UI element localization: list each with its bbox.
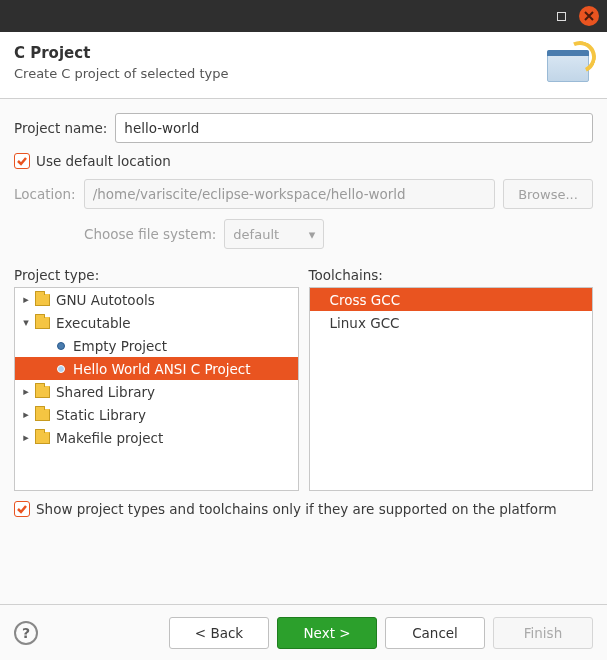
wizard-banner-icon: [533, 44, 593, 88]
close-icon: [584, 11, 594, 21]
file-system-label: Choose file system:: [84, 226, 216, 242]
tree-leaf-label: Hello World ANSI C Project: [73, 361, 251, 377]
window-close-button[interactable]: [579, 6, 599, 26]
tree-folder-label: Executable: [56, 315, 131, 331]
use-default-location-checkbox[interactable]: Use default location: [14, 153, 593, 169]
folder-icon: [35, 317, 50, 329]
tree-folder[interactable]: ▸GNU Autotools: [15, 288, 298, 311]
cancel-button[interactable]: Cancel: [385, 617, 485, 649]
page-subtitle: Create C project of selected type: [14, 66, 229, 81]
folder-icon: [35, 432, 50, 444]
toolchain-item[interactable]: Cross GCC: [310, 288, 593, 311]
tree-leaf[interactable]: Empty Project: [15, 334, 298, 357]
tree-folder[interactable]: ▸Static Library: [15, 403, 298, 426]
window-maximize-button[interactable]: [551, 6, 571, 26]
wizard-footer: ? < Back Next > Cancel Finish: [0, 604, 607, 660]
wizard-header: C Project Create C project of selected t…: [0, 32, 607, 99]
help-button[interactable]: ?: [14, 621, 38, 645]
filter-label: Show project types and toolchains only i…: [36, 501, 557, 517]
tree-leaf-label: Empty Project: [73, 338, 167, 354]
project-name-label: Project name:: [14, 120, 107, 136]
tree-folder[interactable]: ▾Executable: [15, 311, 298, 334]
chevron-right-icon: ▸: [19, 408, 33, 421]
chevron-down-icon: ▾: [19, 316, 33, 329]
folder-icon: [35, 409, 50, 421]
titlebar: [0, 0, 607, 32]
tree-folder-label: Static Library: [56, 407, 146, 423]
wizard-form: Project name: Use default location Locat…: [0, 99, 607, 571]
toolchains-list[interactable]: Cross GCCLinux GCC: [309, 287, 594, 491]
tree-folder-label: Makefile project: [56, 430, 163, 446]
toolchains-label: Toolchains:: [309, 267, 594, 283]
folder-icon: [35, 294, 50, 306]
chevron-right-icon: ▸: [19, 293, 33, 306]
next-button[interactable]: Next >: [277, 617, 377, 649]
location-input: [84, 179, 495, 209]
check-icon: [14, 153, 30, 169]
browse-button: Browse...: [503, 179, 593, 209]
finish-button: Finish: [493, 617, 593, 649]
tree-folder[interactable]: ▸Makefile project: [15, 426, 298, 449]
location-label: Location:: [14, 186, 76, 202]
filter-checkbox[interactable]: Show project types and toolchains only i…: [14, 501, 593, 517]
project-name-input[interactable]: [115, 113, 593, 143]
chevron-right-icon: ▸: [19, 385, 33, 398]
file-system-select: default ▾: [224, 219, 324, 249]
project-type-tree[interactable]: ▸GNU Autotools▾ExecutableEmpty ProjectHe…: [14, 287, 299, 491]
check-icon: [14, 501, 30, 517]
tree-leaf[interactable]: Hello World ANSI C Project: [15, 357, 298, 380]
chevron-right-icon: ▸: [19, 431, 33, 444]
chevron-down-icon: ▾: [309, 227, 316, 242]
page-title: C Project: [14, 44, 229, 62]
toolchain-item[interactable]: Linux GCC: [310, 311, 593, 334]
tree-folder-label: Shared Library: [56, 384, 155, 400]
project-template-icon: [57, 342, 65, 350]
file-system-value: default: [233, 227, 279, 242]
use-default-location-label: Use default location: [36, 153, 171, 169]
tree-folder-label: GNU Autotools: [56, 292, 155, 308]
folder-icon: [35, 386, 50, 398]
back-button[interactable]: < Back: [169, 617, 269, 649]
tree-folder[interactable]: ▸Shared Library: [15, 380, 298, 403]
project-type-label: Project type:: [14, 267, 299, 283]
project-template-icon: [57, 365, 65, 373]
maximize-icon: [557, 12, 566, 21]
